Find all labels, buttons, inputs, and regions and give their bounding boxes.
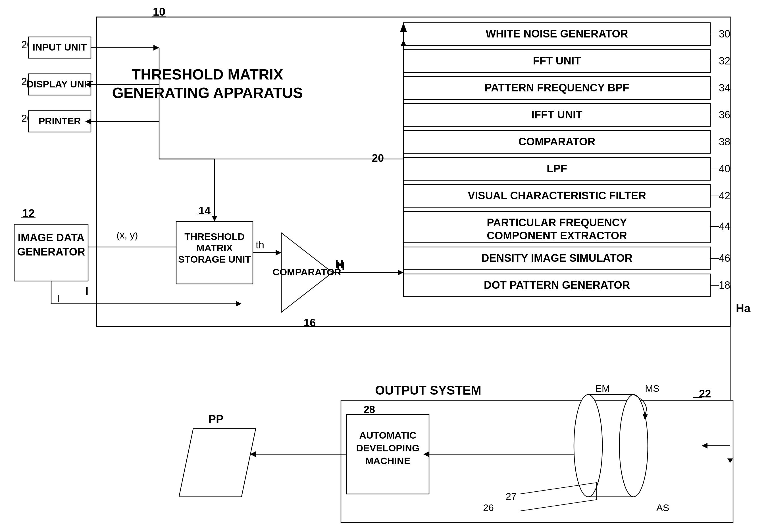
density-image-sim: DENSITY IMAGE SIMULATOR: [481, 252, 633, 264]
label-26: 26: [483, 502, 494, 513]
svg-rect-65: [347, 414, 429, 494]
label-PP: PP: [208, 413, 223, 425]
auto-developing-2: DEVELOPING: [356, 443, 420, 453]
visual-char-filter: VISUAL CHARACTERISTIC FILTER: [468, 190, 646, 202]
label-Ha: Ha: [736, 302, 751, 315]
label-30: 30: [719, 28, 730, 40]
label-I2: I: [57, 293, 60, 305]
label-16: 16: [304, 317, 316, 329]
dot-pattern-gen: DOT PATTERN GENERATOR: [484, 279, 630, 291]
label-I: I: [85, 285, 88, 298]
output-system-label: OUTPUT SYSTEM: [375, 383, 481, 397]
threshold-matrix-title2: GENERATING APPARATUS: [112, 85, 303, 101]
label-27: 27: [506, 491, 516, 502]
comparator-right: COMPARATOR: [518, 136, 595, 148]
label-th: th: [256, 239, 264, 251]
printer: PRINTER: [38, 116, 81, 126]
label-34: 34: [719, 82, 730, 94]
svg-point-69: [620, 395, 648, 497]
diagram-container: 10 THRESHOLD MATRIX GENERATING APPARATUS…: [0, 0, 768, 532]
image-data-gen-2: GENERATOR: [17, 246, 85, 258]
label-MS: MS: [645, 383, 660, 394]
label-46: 46: [719, 252, 730, 264]
label-EM: EM: [595, 383, 610, 394]
threshold-storage-3: STORAGE UNIT: [178, 254, 251, 265]
display-unit: DISPLAY UNIT: [27, 79, 93, 89]
label-36: 36: [719, 109, 730, 121]
label-18: 18: [719, 279, 730, 291]
label-32: 32: [719, 55, 730, 67]
label-28: 28: [364, 404, 375, 415]
pattern-freq-bpf: PATTERN FREQUENCY BPF: [485, 82, 629, 94]
ifft-unit: IFFT UNIT: [531, 109, 582, 121]
particular-freq-2: COMPONENT EXTRACTOR: [487, 230, 627, 242]
white-noise-gen: WHITE NOISE GENERATOR: [485, 28, 628, 40]
label-xy: (x, y): [116, 230, 138, 240]
label-38: 38: [719, 136, 730, 148]
auto-developing-1: AUTOMATIC: [359, 430, 417, 441]
threshold-storage-2: MATRIX: [196, 242, 233, 253]
lpf: LPF: [547, 163, 567, 175]
auto-developing-3: MACHINE: [365, 455, 411, 466]
label-22: 22: [699, 388, 711, 400]
label-20: 20: [372, 152, 384, 164]
label-AS: AS: [656, 502, 669, 513]
threshold-storage-1: THRESHOLD: [184, 231, 245, 242]
particular-freq-1: PARTICULAR FREQUENCY: [487, 217, 627, 229]
label-H2: H: [335, 258, 344, 271]
label-40: 40: [719, 163, 730, 175]
input-unit: INPUT UNIT: [33, 42, 87, 53]
label-42: 42: [719, 190, 730, 202]
threshold-matrix-title: THRESHOLD MATRIX: [131, 66, 283, 83]
image-data-gen-1: IMAGE DATA: [18, 232, 84, 244]
comparator-main: COMPARATOR: [273, 267, 341, 277]
label-44: 44: [719, 221, 730, 232]
fft-unit: FFT UNIT: [533, 55, 581, 67]
svg-point-66: [574, 395, 602, 497]
